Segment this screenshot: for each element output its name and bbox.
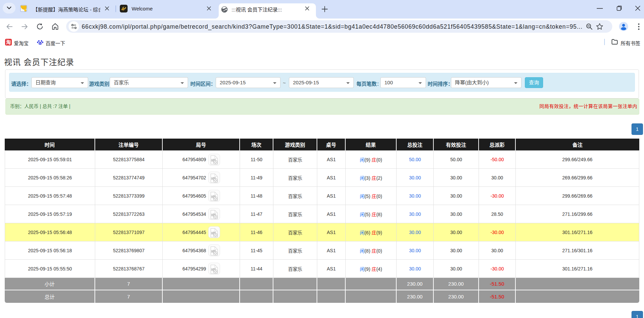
svg-text:du: du bbox=[39, 42, 42, 45]
